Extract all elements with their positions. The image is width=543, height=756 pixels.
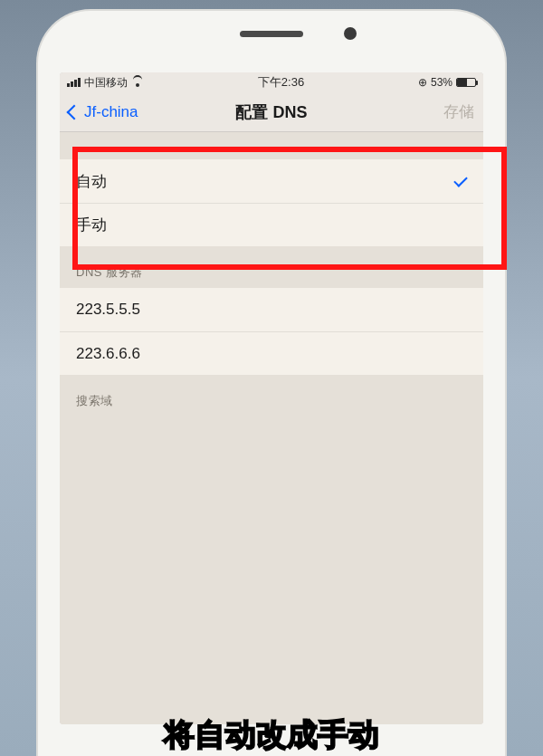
- search-domains-header: 搜索域: [60, 375, 483, 416]
- battery-pct: 53%: [431, 76, 452, 89]
- signal-icon: [67, 78, 81, 87]
- dns-mode-group: 自动 手动: [60, 159, 483, 246]
- dns-mode-manual[interactable]: 手动: [60, 203, 483, 246]
- phone-frame: 中国移动 下午2:36 ⊕ 53% Jf-china 配置 DNS 存储 自动: [36, 9, 507, 756]
- cell-label: 自动: [76, 171, 107, 192]
- nav-bar: Jf-china 配置 DNS 存储: [60, 92, 483, 132]
- dns-mode-auto[interactable]: 自动: [60, 159, 483, 203]
- carrier-label: 中国移动: [84, 75, 128, 91]
- checkmark-icon: [453, 173, 468, 187]
- dns-server-value: 223.6.6.6: [76, 345, 140, 363]
- dns-server-row[interactable]: 223.5.5.5: [60, 288, 483, 331]
- battery-icon: [456, 78, 476, 87]
- settings-body: 自动 手动 DNS 服务器 223.5.5.5 223.6.6.6 搜索域: [60, 132, 483, 724]
- cell-label: 手动: [76, 215, 107, 235]
- save-button[interactable]: 存储: [443, 101, 474, 122]
- dns-servers-group: 223.5.5.5 223.6.6.6: [60, 288, 483, 375]
- page-title: 配置 DNS: [235, 101, 307, 123]
- chevron-left-icon: [67, 104, 82, 120]
- dns-servers-header: DNS 服务器: [60, 246, 483, 288]
- back-label: Jf-china: [84, 103, 138, 121]
- status-time: 下午2:36: [258, 74, 304, 91]
- orientation-lock-icon: ⊕: [418, 76, 427, 89]
- screen: 中国移动 下午2:36 ⊕ 53% Jf-china 配置 DNS 存储 自动: [60, 72, 483, 724]
- dns-server-value: 223.5.5.5: [76, 301, 140, 319]
- status-bar: 中国移动 下午2:36 ⊕ 53%: [60, 72, 483, 92]
- back-button[interactable]: Jf-china: [69, 103, 138, 121]
- dns-server-row[interactable]: 223.6.6.6: [60, 331, 483, 375]
- wifi-icon: [131, 78, 144, 87]
